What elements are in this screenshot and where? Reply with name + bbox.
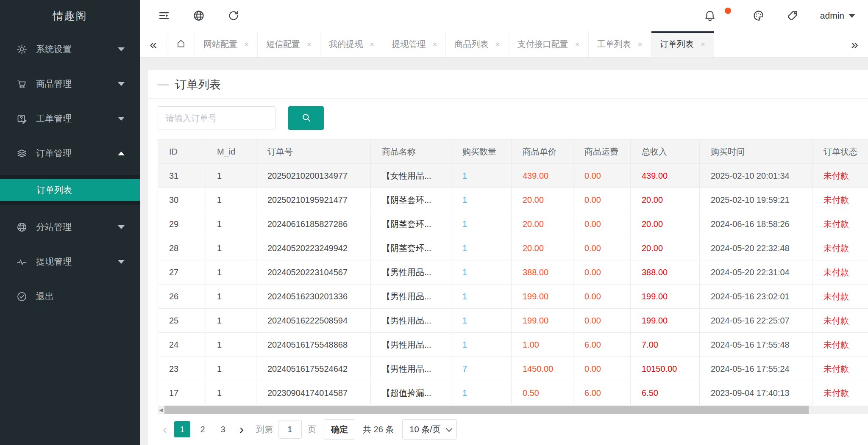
table-cell[interactable]: 1 <box>451 188 512 212</box>
column-header-0: ID <box>158 140 206 164</box>
refresh-icon[interactable] <box>227 9 240 22</box>
table-cell[interactable]: 1 <box>451 333 512 357</box>
scrollbar-thumb[interactable] <box>164 406 809 414</box>
table-header-row: IDM_id订单号商品名称购买数量商品单价商品运费总收入购买时间订单状态 <box>158 140 868 164</box>
pulse-icon <box>16 256 28 268</box>
tab-close-icon[interactable]: × <box>495 40 500 49</box>
tab-close-icon[interactable]: × <box>638 40 643 49</box>
chevron-up-icon <box>118 152 125 155</box>
notification-dot <box>725 8 731 14</box>
table-cell: 20240520223104567 <box>256 260 371 285</box>
shield-check-icon <box>16 291 28 302</box>
cart-icon <box>16 78 28 90</box>
home-tab-button[interactable] <box>167 31 195 57</box>
table-cell: 1.00 <box>512 333 573 357</box>
table-cell[interactable]: 1 <box>451 236 512 260</box>
column-header-5: 商品单价 <box>512 140 573 164</box>
tab-1[interactable]: 短信配置× <box>258 31 320 57</box>
tab-label: 商品列表 <box>454 39 488 50</box>
page-size-select[interactable]: 10 条/页 <box>402 419 456 439</box>
page-number-1[interactable]: 1 <box>174 421 190 437</box>
table-row-5: 26120240516230201336【男性用品...1199.000.001… <box>158 285 868 309</box>
table-cell: 未付款 <box>812 164 868 188</box>
sidebar-item-6[interactable]: 退出 <box>0 285 140 307</box>
ticket-icon <box>16 113 28 124</box>
table-row-0: 31120250210200134977【女性用品...1439.000.004… <box>158 164 868 188</box>
tab-close-icon[interactable]: × <box>244 40 249 49</box>
prev-page-button[interactable]: ‹ <box>158 422 172 437</box>
tab-close-icon[interactable]: × <box>575 40 580 49</box>
tab-4[interactable]: 商品列表× <box>446 31 509 57</box>
sidebar-item-0[interactable]: 系统设置 <box>0 38 140 60</box>
topbar-left <box>158 9 240 22</box>
sidebar-item-5[interactable]: 提现管理 <box>0 251 140 273</box>
sidebar-item-1[interactable]: 商品管理 <box>0 73 140 95</box>
tab-close-icon[interactable]: × <box>307 40 312 49</box>
table-cell[interactable]: 1 <box>451 164 512 188</box>
tab-label: 我的提现 <box>329 39 363 50</box>
table-cell: 【阴茎套环... <box>371 212 451 236</box>
table-cell: 388.00 <box>512 260 573 285</box>
tab-7[interactable]: 订单列表× <box>651 31 714 57</box>
table-cell: 2024-05-20 22:32:48 <box>700 236 812 260</box>
table-cell: 未付款 <box>812 333 868 357</box>
table-cell: 未付款 <box>812 188 868 212</box>
sidebar-item-label: 提现管理 <box>36 256 118 268</box>
tab-2[interactable]: 我的提现× <box>320 31 383 57</box>
language-globe-icon[interactable] <box>192 9 205 22</box>
tab-close-icon[interactable]: × <box>701 40 705 49</box>
bell-icon <box>704 9 716 22</box>
column-header-1: M_id <box>206 140 256 164</box>
table-cell[interactable]: 1 <box>451 260 512 285</box>
tabs-scroll-left-button[interactable]: « <box>140 31 167 57</box>
page-number-2[interactable]: 2 <box>195 421 211 437</box>
horizontal-scrollbar[interactable]: ◀ <box>158 406 868 414</box>
sidebar-item-4[interactable]: 分站管理 <box>0 216 140 238</box>
table-cell: 【男性用品... <box>371 357 451 381</box>
table-cell: 6.00 <box>573 381 631 405</box>
confirm-page-button[interactable]: 确定 <box>324 419 355 439</box>
table-cell[interactable]: 7 <box>451 357 512 381</box>
globe-icon <box>16 221 28 233</box>
tab-close-icon[interactable]: × <box>370 40 374 49</box>
next-page-button[interactable]: › <box>233 422 250 437</box>
table-row-7: 24120240516175548868【男性用品...11.006.007.0… <box>158 333 868 357</box>
table-cell: 2024-05-16 17:55:48 <box>700 333 812 357</box>
sidebar-item-label: 商品管理 <box>36 78 118 90</box>
page-number-3[interactable]: 3 <box>215 421 231 437</box>
table-cell: 【男性用品... <box>371 309 451 333</box>
theme-palette-icon[interactable] <box>752 9 765 22</box>
sidebar-item-3[interactable]: 订单管理 <box>0 142 140 164</box>
sidebar-submenu: 订单列表 <box>0 175 140 205</box>
collapse-sidebar-icon[interactable] <box>158 9 170 22</box>
tab-close-icon[interactable]: × <box>432 40 437 49</box>
table-cell[interactable]: 1 <box>451 381 512 405</box>
table-cell: 【男性用品... <box>371 285 451 309</box>
tab-0[interactable]: 网站配置× <box>195 31 258 57</box>
sidebar-subitem-order-list[interactable]: 订单列表 <box>0 179 140 201</box>
topbar-right: admin <box>704 9 855 22</box>
sidebar-item-2[interactable]: 工单管理 <box>0 108 140 130</box>
sidebar: 情趣阁 系统设置商品管理工单管理订单管理订单列表分站管理提现管理退出 <box>0 0 140 445</box>
tab-3[interactable]: 提现管理× <box>383 31 446 57</box>
tag-icon[interactable] <box>786 9 799 22</box>
sidebar-item-label: 工单管理 <box>36 113 118 124</box>
tab-6[interactable]: 工单列表× <box>589 31 651 57</box>
order-number-search-input[interactable] <box>158 106 275 130</box>
search-button[interactable] <box>288 106 324 130</box>
table-cell[interactable]: 1 <box>451 285 512 309</box>
user-menu[interactable]: admin <box>820 11 855 21</box>
app-window: 情趣阁 系统设置商品管理工单管理订单管理订单列表分站管理提现管理退出 <box>0 0 868 445</box>
tab-bar: «网站配置×短信配置×我的提现×提现管理×商品列表×支付接口配置×工单列表×订单… <box>140 31 868 58</box>
table-cell[interactable]: 1 <box>451 309 512 333</box>
scrollbar-left-arrow[interactable]: ◀ <box>158 406 164 414</box>
table-cell: 7.00 <box>631 333 700 357</box>
notifications-button[interactable] <box>704 9 731 22</box>
tabs-scroll-right-button[interactable]: » <box>841 31 868 57</box>
tab-5[interactable]: 支付接口配置× <box>509 31 589 57</box>
table-cell[interactable]: 1 <box>451 212 512 236</box>
goto-page-input[interactable] <box>278 420 302 439</box>
table-cell: 20230904174014587 <box>256 381 371 405</box>
page-size-value: 10 条/页 <box>409 424 440 435</box>
table-cell: 20.00 <box>631 188 700 212</box>
